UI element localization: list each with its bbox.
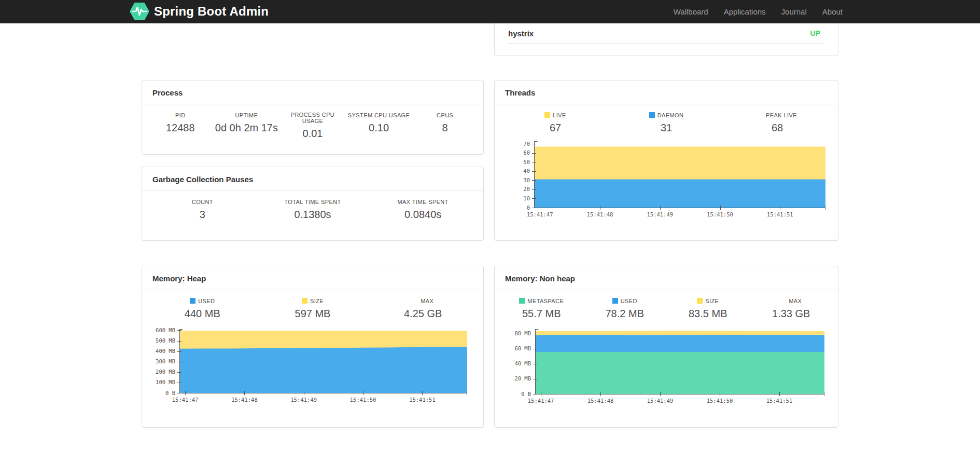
process-metrics: PID 12488 UPTIME 0d 0h 2m 17s PROCESS CP…	[142, 104, 483, 151]
nonheap-used-swatch	[612, 298, 618, 304]
svg-text:70: 70	[523, 141, 530, 147]
health-row-hystrix: hystrix UP	[508, 23, 824, 44]
health-panel: hystrix UP	[494, 23, 838, 56]
legend-item-nonheap-max: MAX 1.33 GB	[750, 297, 833, 320]
svg-text:60 MB: 60 MB	[514, 345, 531, 351]
live-swatch	[544, 112, 550, 118]
brand-title: Spring Boot Admin	[154, 4, 269, 19]
metric-gc-total-time: TOTAL TIME SPENT 0.1380s	[258, 198, 368, 221]
nonheap-chart: 0 B20 MB40 MB60 MB80 MB15:41:4715:41:481…	[501, 326, 838, 408]
svg-text:20 MB: 20 MB	[514, 375, 531, 382]
threads-chart: 01020304050607015:41:4715:41:4815:41:491…	[516, 138, 838, 222]
heap-chart: 0 B100 MB200 MB300 MB400 MB500 MB600 MB1…	[145, 326, 483, 407]
svg-text:15:41:50: 15:41:50	[350, 397, 376, 403]
nonheap-size-swatch	[697, 298, 703, 304]
metric-process-cpu-usage: PROCESS CPU USAGE 0.01	[279, 112, 346, 140]
svg-text:400 MB: 400 MB	[156, 348, 175, 354]
heap-size-swatch	[302, 298, 307, 304]
navbar-container: Spring Boot Admin Wallboard Applications…	[130, 0, 850, 23]
svg-text:15:41:50: 15:41:50	[707, 398, 733, 404]
svg-text:300 MB: 300 MB	[156, 358, 175, 364]
svg-text:15:41:49: 15:41:49	[647, 398, 674, 404]
nav-link-applications[interactable]: Applications	[716, 0, 774, 23]
nonheap-panel: Memory: Non heap METASPACE 55.7 MB USED …	[494, 266, 838, 428]
process-panel: Process PID 12488 UPTIME 0d 0h 2m 17s PR…	[142, 80, 484, 155]
gc-panel: Garbage Collection Pauses COUNT 3 TOTAL …	[142, 167, 484, 241]
heap-used-swatch	[190, 298, 195, 304]
health-item-name: hystrix	[508, 29, 534, 38]
legend-item-nonheap-used: USED 78.2 MB	[583, 297, 667, 320]
svg-text:15:41:49: 15:41:49	[290, 397, 317, 403]
gc-metrics: COUNT 3 TOTAL TIME SPENT 0.1380s MAX TIM…	[142, 191, 483, 232]
nonheap-legend: METASPACE 55.7 MB USED 78.2 MB SIZE 83.5…	[495, 290, 838, 322]
nav-link-wallboard[interactable]: Wallboard	[666, 0, 716, 23]
daemon-swatch	[649, 112, 655, 118]
nonheap-panel-title: Memory: Non heap	[495, 266, 838, 290]
legend-item-peak-live: PEAK LIVE 68	[722, 112, 833, 134]
svg-text:60: 60	[523, 149, 530, 156]
svg-text:600 MB: 600 MB	[156, 327, 175, 333]
threads-panel-title: Threads	[495, 80, 838, 104]
process-panel-title: Process	[142, 80, 483, 104]
svg-text:20: 20	[523, 186, 530, 192]
metric-cpus: CPUS 8	[412, 112, 478, 140]
svg-text:15:41:47: 15:41:47	[527, 211, 553, 217]
metric-gc-max-time: MAX TIME SPENT 0.0840s	[368, 198, 478, 221]
legend-item-live: LIVE 67	[500, 112, 611, 134]
heap-legend: USED 440 MB SIZE 597 MB MAX 4.25 GB	[142, 290, 483, 322]
main-content: hystrix UP Process PID 12488 UPTIME 0d 0…	[142, 23, 838, 428]
nav-link-journal[interactable]: Journal	[774, 0, 815, 23]
svg-text:15:41:47: 15:41:47	[172, 397, 199, 403]
navbar: Spring Boot Admin Wallboard Applications…	[0, 0, 980, 23]
nav-link-about[interactable]: About	[815, 0, 850, 23]
svg-text:15:41:48: 15:41:48	[587, 211, 613, 217]
legend-item-nonheap-size: SIZE 83.5 MB	[666, 297, 750, 320]
svg-text:80 MB: 80 MB	[514, 330, 531, 336]
metric-uptime: UPTIME 0d 0h 2m 17s	[214, 112, 280, 140]
heap-panel: Memory: Heap USED 440 MB SIZE 597 MB MAX…	[142, 266, 484, 428]
svg-text:0 B: 0 B	[521, 391, 531, 397]
svg-text:15:41:47: 15:41:47	[528, 398, 554, 404]
pulse-hexagon-logo-icon	[130, 2, 149, 21]
legend-item-heap-used: USED 440 MB	[147, 297, 258, 320]
heap-panel-title: Memory: Heap	[142, 266, 483, 290]
nav-links: Wallboard Applications Journal About	[666, 0, 850, 23]
threads-panel: Threads LIVE 67 DAEMON 31 PEAK LIVE 68	[494, 80, 838, 241]
svg-text:15:41:48: 15:41:48	[231, 397, 258, 403]
svg-text:15:41:51: 15:41:51	[766, 398, 793, 404]
legend-item-metaspace: METASPACE 55.7 MB	[500, 297, 583, 320]
svg-text:0: 0	[527, 205, 530, 211]
svg-text:0 B: 0 B	[165, 390, 175, 396]
svg-text:40: 40	[523, 168, 530, 174]
legend-item-daemon: DAEMON 31	[611, 112, 722, 134]
legend-item-heap-size: SIZE 597 MB	[258, 297, 368, 320]
svg-text:30: 30	[523, 177, 530, 183]
svg-text:10: 10	[523, 195, 530, 201]
health-status-badge: UP	[810, 29, 820, 37]
gc-panel-title: Garbage Collection Pauses	[142, 167, 483, 191]
svg-text:15:41:51: 15:41:51	[409, 397, 436, 403]
svg-text:15:41:51: 15:41:51	[767, 211, 793, 217]
brand[interactable]: Spring Boot Admin	[130, 0, 269, 23]
metric-gc-count: COUNT 3	[147, 198, 258, 221]
svg-text:200 MB: 200 MB	[156, 369, 175, 375]
metric-system-cpu-usage: SYSTEM CPU USAGE 0.10	[346, 112, 412, 140]
svg-text:50: 50	[523, 159, 530, 165]
svg-text:15:41:48: 15:41:48	[587, 398, 614, 404]
threads-legend: LIVE 67 DAEMON 31 PEAK LIVE 68	[495, 104, 838, 136]
svg-text:500 MB: 500 MB	[156, 337, 175, 344]
svg-text:100 MB: 100 MB	[156, 379, 175, 385]
svg-text:15:41:50: 15:41:50	[707, 211, 733, 217]
svg-text:15:41:49: 15:41:49	[647, 211, 673, 217]
legend-item-heap-max: MAX 4.25 GB	[368, 297, 478, 320]
svg-text:40 MB: 40 MB	[514, 360, 531, 366]
metric-pid: PID 12488	[147, 112, 214, 140]
metaspace-swatch	[519, 298, 525, 304]
